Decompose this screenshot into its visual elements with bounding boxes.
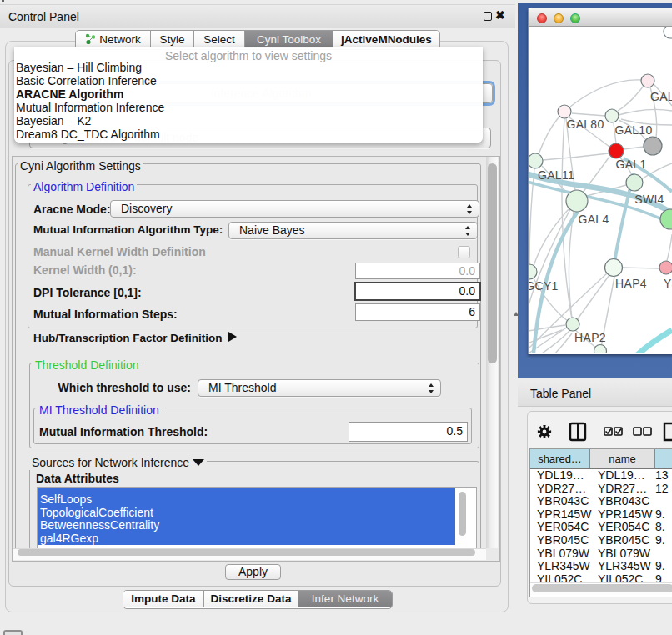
svg-text:GAL2: GAL2: [650, 90, 672, 103]
svg-text:SWI4: SWI4: [634, 192, 664, 206]
svg-text:GAL11: GAL11: [538, 168, 574, 182]
svg-text:GCY1: GCY1: [529, 279, 559, 292]
svg-text:GAL1: GAL1: [616, 158, 647, 171]
svg-text:GAL10: GAL10: [614, 123, 652, 137]
svg-text:GAL80: GAL80: [566, 118, 604, 131]
svg-text:GAL4: GAL4: [579, 212, 609, 226]
svg-text:HAP4: HAP4: [615, 277, 647, 290]
svg-text:YJR048W: YJR048W: [664, 277, 672, 290]
svg-text:HAP2: HAP2: [574, 331, 606, 344]
